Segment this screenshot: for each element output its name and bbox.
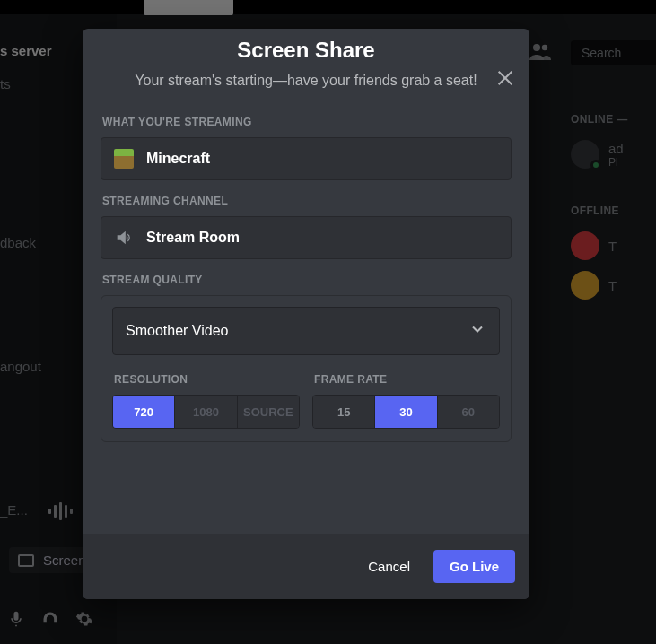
cancel-button[interactable]: Cancel (359, 552, 419, 581)
framerate-option-30[interactable]: 30 (375, 396, 437, 428)
modal-subtitle: Your stream's starting—have your friends… (118, 70, 494, 91)
resolution-option-720[interactable]: 720 (113, 396, 175, 428)
go-live-button[interactable]: Go Live (433, 550, 515, 583)
streaming-source-value: Minecraft (146, 151, 210, 167)
streaming-source-field[interactable]: Minecraft (101, 137, 512, 180)
quality-preset-dropdown[interactable]: Smoother Video (112, 307, 500, 355)
modal-footer: Cancel Go Live (83, 534, 529, 599)
quality-panel: Smoother Video RESOLUTION 720 1080 SOURC… (101, 295, 512, 442)
resolution-label: RESOLUTION (114, 373, 300, 386)
framerate-segmented: 15 30 60 (312, 395, 500, 429)
framerate-group: FRAME RATE 15 30 60 (312, 368, 500, 429)
quality-preset-value: Smoother Video (126, 323, 228, 339)
modal-title: Screen Share (118, 38, 494, 63)
framerate-option-15[interactable]: 15 (313, 396, 375, 428)
resolution-option-source[interactable]: SOURCE (238, 396, 299, 428)
channel-section-label: STREAMING CHANNEL (102, 195, 512, 207)
streaming-section-label: WHAT YOU'RE STREAMING (102, 116, 512, 128)
framerate-option-60[interactable]: 60 (438, 396, 499, 428)
chevron-down-icon (468, 320, 486, 342)
streaming-channel-value: Stream Room (146, 230, 240, 246)
quality-section-label: STREAM QUALITY (102, 274, 512, 286)
minecraft-icon (114, 149, 134, 169)
resolution-group: RESOLUTION 720 1080 SOURCE (112, 368, 300, 429)
streaming-channel-field[interactable]: Stream Room (101, 216, 512, 259)
resolution-option-1080[interactable]: 1080 (175, 396, 237, 428)
framerate-label: FRAME RATE (314, 373, 500, 386)
screen-share-modal: Screen Share Your stream's starting—have… (83, 29, 529, 599)
modal-header: Screen Share Your stream's starting—have… (83, 29, 529, 107)
modal-body: WHAT YOU'RE STREAMING Minecraft STREAMIN… (83, 107, 529, 534)
close-button[interactable] (494, 68, 517, 91)
close-icon (495, 68, 515, 91)
resolution-segmented: 720 1080 SOURCE (112, 395, 300, 429)
speaker-icon (114, 228, 134, 248)
